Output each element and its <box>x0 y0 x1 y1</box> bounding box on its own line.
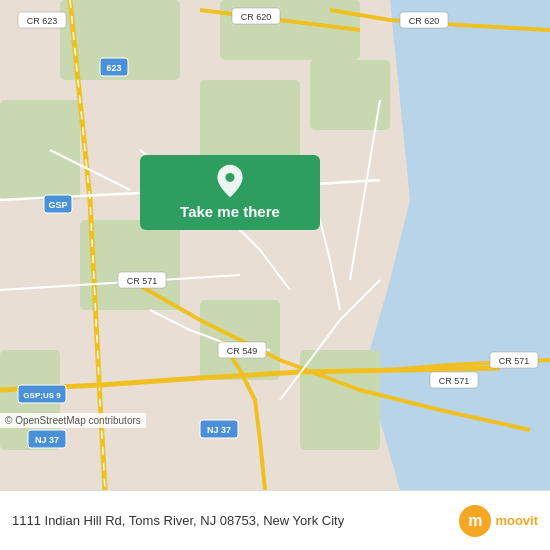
svg-rect-6 <box>200 80 300 160</box>
svg-text:CR 571: CR 571 <box>439 376 470 386</box>
svg-text:623: 623 <box>106 63 121 73</box>
svg-text:CR 571: CR 571 <box>127 276 158 286</box>
svg-rect-5 <box>0 100 80 200</box>
info-bar: 1111 Indian Hill Rd, Toms River, NJ 0875… <box>0 490 550 550</box>
moovit-logo-icon: m <box>459 505 491 537</box>
svg-text:NJ 37: NJ 37 <box>35 435 59 445</box>
moovit-wordmark: moovit <box>495 513 538 528</box>
svg-text:CR 549: CR 549 <box>227 346 258 356</box>
svg-point-36 <box>226 173 235 182</box>
svg-text:CR 620: CR 620 <box>241 12 272 22</box>
moovit-logo: m moovit <box>459 505 538 537</box>
address-text: 1111 Indian Hill Rd, Toms River, NJ 0875… <box>12 513 459 528</box>
svg-text:GSP;US 9: GSP;US 9 <box>23 391 61 400</box>
svg-text:NJ 37: NJ 37 <box>207 425 231 435</box>
svg-text:CR 620: CR 620 <box>409 16 440 26</box>
svg-text:CR 571: CR 571 <box>499 356 530 366</box>
take-me-there-button[interactable]: Take me there <box>140 155 320 230</box>
moovit-logo-letter: m <box>468 512 482 530</box>
map-container: CR 623 CR 620 CR 620 623 GSP CR 571 CR 5… <box>0 0 550 490</box>
map-attribution: © OpenStreetMap contributors <box>0 413 146 428</box>
location-pin-icon <box>212 163 248 199</box>
svg-rect-11 <box>300 350 380 450</box>
svg-rect-7 <box>310 60 390 130</box>
svg-text:GSP: GSP <box>48 200 67 210</box>
svg-text:CR 623: CR 623 <box>27 16 58 26</box>
take-me-there-label: Take me there <box>180 203 280 220</box>
